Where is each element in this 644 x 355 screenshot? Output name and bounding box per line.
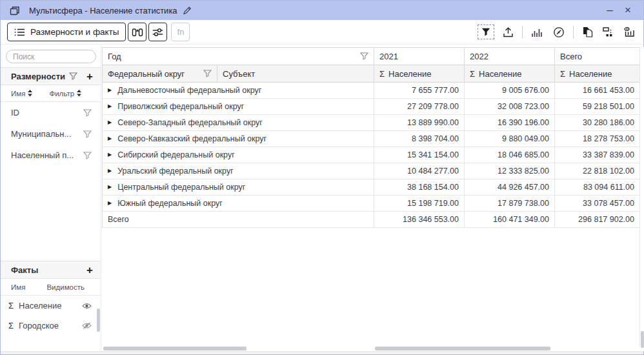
district-name: Центральный федеральный округ: [117, 183, 245, 192]
filter-icon[interactable]: [478, 25, 494, 39]
toolbar-separator: [573, 26, 574, 39]
dimension-filter-icon[interactable]: [83, 152, 92, 159]
binoculars-icon: [132, 28, 143, 37]
value-2022: 32 008 723.00: [465, 99, 555, 115]
minimize-button[interactable]: –: [601, 3, 619, 18]
value-2022: 9 880 049.00: [465, 131, 555, 147]
table-row[interactable]: ▶ Северо-Западный федеральный округ 13 8…: [103, 115, 639, 131]
district-cell[interactable]: ▶ Уральский федеральный округ: [103, 163, 374, 179]
facts-section-header: Факты +: [1, 261, 101, 279]
expand-arrow-icon[interactable]: ▶: [108, 185, 112, 190]
district-cell[interactable]: ▶ Южный федеральный округ: [103, 196, 374, 212]
close-button[interactable]: ×: [619, 3, 637, 18]
district-cell[interactable]: ▶ Приволжский федеральный округ: [103, 99, 374, 115]
dimension-filter-icon[interactable]: [83, 130, 92, 138]
table-row[interactable]: ▶ Южный федеральный округ 15 198 719.00 …: [103, 196, 639, 212]
search-input[interactable]: [6, 50, 96, 63]
district-cell[interactable]: ▶ Сибирский федеральный округ: [103, 147, 374, 163]
fn-button[interactable]: fn: [171, 23, 190, 41]
compass-icon[interactable]: [552, 25, 566, 39]
measure-cell-2022[interactable]: ΣНаселение: [465, 65, 555, 83]
expand-arrow-icon[interactable]: ▶: [108, 120, 112, 125]
year-column-2021[interactable]: 2021: [374, 48, 465, 65]
dimensions-facts-button[interactable]: Размерности и факты: [7, 23, 126, 41]
table-row[interactable]: ▶ Дальневосточный федеральный округ 7 65…: [103, 83, 639, 99]
copy-icon[interactable]: [581, 25, 594, 39]
district-cell[interactable]: ▶ Северо-Западный федеральный округ: [103, 115, 374, 131]
measures-visibility-icon[interactable]: [623, 26, 637, 39]
dimensions-sort-name[interactable]: Имя: [11, 90, 32, 97]
sort-icon: [28, 90, 32, 97]
export-icon[interactable]: [501, 26, 515, 39]
expand-arrow-icon[interactable]: ▶: [108, 152, 112, 157]
value-2022: 18 046 685.00: [465, 147, 555, 163]
window-title: Мультисфера - Население статистика: [29, 6, 177, 15]
sigma-icon: Σ: [560, 69, 565, 79]
expand-arrow-icon[interactable]: ▶: [108, 168, 112, 174]
table-vertical-scrollbar[interactable]: [639, 47, 644, 347]
value-total: 18 278 753.00: [555, 131, 640, 147]
data-horizontal-scrollbar-thumb[interactable]: [375, 347, 550, 350]
district-name: Уральский федеральный округ: [117, 167, 234, 176]
dimension-filter-icon[interactable]: [83, 109, 92, 117]
table-row[interactable]: ▶ Приволжский федеральный округ 27 209 7…: [103, 99, 639, 115]
sort-icon: [77, 90, 81, 97]
app-window: Мультисфера - Население статистика – × Р…: [0, 0, 644, 355]
district-cell[interactable]: ▶ Дальневосточный федеральный округ: [103, 83, 374, 99]
district-filter-icon[interactable]: [203, 70, 212, 77]
eye-icon[interactable]: [82, 303, 92, 309]
eye-off-icon[interactable]: [82, 322, 92, 329]
add-dimension-button[interactable]: +: [86, 71, 93, 82]
subject-header-cell[interactable]: Субъект: [217, 65, 374, 83]
total-value-all: 296 817 902.00: [555, 212, 640, 228]
value-total: 16 661 453.00: [555, 83, 640, 99]
vertical-scrollbar-thumb[interactable]: [641, 331, 644, 348]
value-2022: 12 333 825.00: [465, 163, 555, 179]
district-name: Южный федеральный округ: [117, 199, 223, 208]
facts-scrollbar-thumb[interactable]: [97, 309, 100, 332]
titlebar: Мультисфера - Население статистика – ×: [1, 1, 643, 20]
expand-arrow-icon[interactable]: ▶: [108, 201, 112, 206]
sigma-icon: Σ: [8, 321, 14, 330]
dimension-name: ID: [11, 108, 19, 117]
add-fact-button[interactable]: +: [86, 265, 93, 276]
district-header-cell[interactable]: Федеральный округ: [103, 65, 217, 83]
settings-button[interactable]: [148, 23, 167, 41]
expand-arrow-icon[interactable]: ▶: [108, 136, 112, 141]
district-cell[interactable]: ▶ Центральный федеральный округ: [103, 179, 374, 196]
dimension-name: Муниципальн...: [11, 129, 71, 139]
value-2022: 44 926 457.00: [465, 179, 555, 196]
dimensions-list: ID Муниципальн... Населенный п...: [1, 102, 101, 166]
rowheader-horizontal-scrollbar-thumb[interactable]: [103, 347, 247, 350]
year-column-total[interactable]: Всего: [555, 48, 640, 65]
table-row[interactable]: ▶ Северо-Кавказский федеральный округ 8 …: [103, 131, 639, 147]
measure-cell-2021[interactable]: ΣНаселение: [374, 65, 465, 83]
fact-list-item[interactable]: Σ Население: [1, 296, 101, 316]
dimensions-sort-filter[interactable]: Фильтр: [49, 90, 81, 97]
table-row[interactable]: ▶ Центральный федеральный округ 38 168 1…: [103, 179, 639, 196]
expand-arrow-icon[interactable]: ▶: [108, 88, 112, 93]
find-button[interactable]: [128, 23, 146, 41]
dimensions-title: Размерности: [11, 72, 65, 81]
dimensions-filter-icon[interactable]: [69, 72, 77, 80]
fact-list-item[interactable]: Σ Городское: [1, 316, 101, 336]
edit-title-icon[interactable]: [183, 6, 192, 15]
value-2021: 13 889 990.00: [374, 115, 465, 131]
expand-arrow-icon[interactable]: ▶: [108, 104, 112, 109]
table-row[interactable]: ▶ Уральский федеральный округ 10 484 277…: [103, 163, 639, 179]
pivot-table: Год 2021 2022 Всего Федеральный округ Су…: [102, 47, 644, 351]
year-filter-icon[interactable]: [360, 52, 368, 60]
dimension-list-item[interactable]: Муниципальн...: [1, 123, 101, 145]
district-cell[interactable]: ▶ Северо-Кавказский федеральный округ: [103, 131, 374, 147]
year-column-2022[interactable]: 2022: [465, 48, 555, 65]
dimension-list-item[interactable]: Населенный п...: [1, 145, 101, 166]
list-icon: [14, 28, 25, 37]
window-bottom-edge: [1, 351, 643, 354]
year-header-cell[interactable]: Год: [103, 48, 374, 65]
measure-cell-total[interactable]: ΣНаселение: [555, 65, 640, 83]
fn-label: fn: [177, 27, 185, 37]
bar-chart-icon[interactable]: [530, 26, 545, 38]
table-row[interactable]: ▶ Сибирский федеральный округ 15 341 154…: [103, 147, 639, 163]
dimension-list-item[interactable]: ID: [1, 102, 101, 123]
tree-structure-icon[interactable]: [601, 26, 616, 38]
